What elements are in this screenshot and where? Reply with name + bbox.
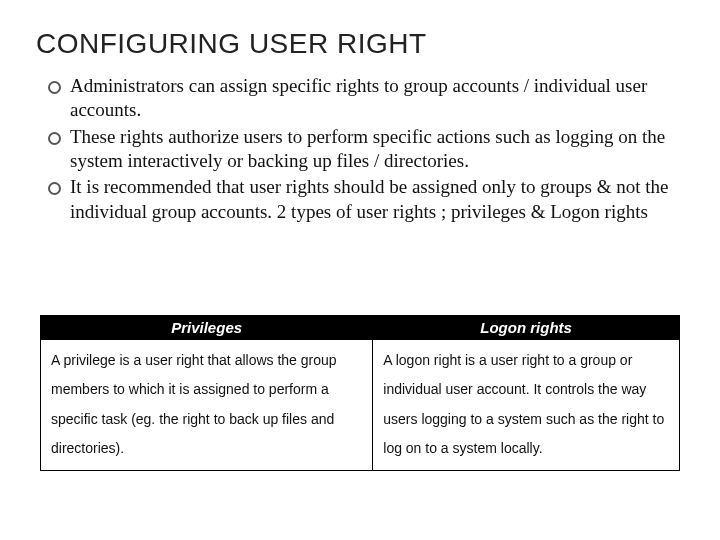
col-header-logon-rights: Logon rights xyxy=(373,316,680,340)
slide-title: CONFIGURING USER RIGHT xyxy=(36,28,684,60)
cell-logon-rights-desc: A logon right is a user right to a group… xyxy=(373,340,680,471)
table-row: A privilege is a user right that allows … xyxy=(41,340,680,471)
col-header-privileges: Privileges xyxy=(41,316,373,340)
rights-table: Privileges Logon rights A privilege is a… xyxy=(40,315,680,471)
cell-privileges-desc: A privilege is a user right that allows … xyxy=(41,340,373,471)
bullet-item: Administrators can assign specific right… xyxy=(44,74,684,123)
bullet-list: Administrators can assign specific right… xyxy=(36,74,684,224)
slide: CONFIGURING USER RIGHT Administrators ca… xyxy=(0,0,720,540)
bullet-item: It is recommended that user rights shoul… xyxy=(44,175,684,224)
table-header-row: Privileges Logon rights xyxy=(41,316,680,340)
bullet-item: These rights authorize users to perform … xyxy=(44,125,684,174)
rights-table-wrap: Privileges Logon rights A privilege is a… xyxy=(40,315,680,471)
